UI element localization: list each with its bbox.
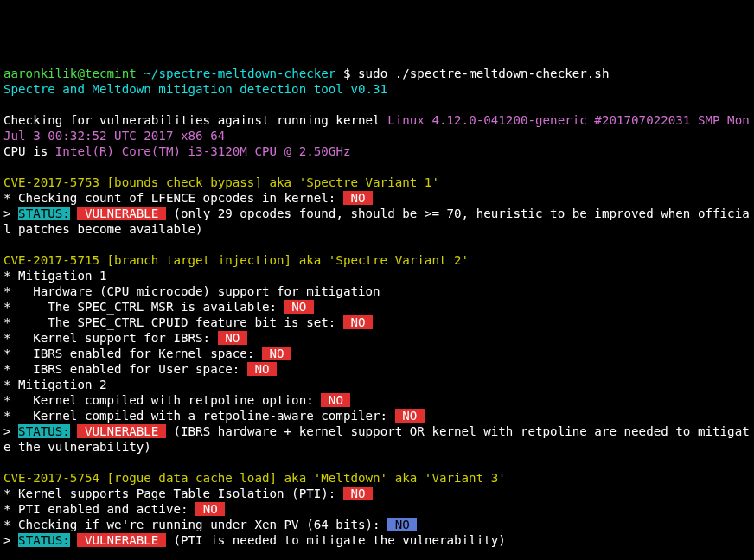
status-vulnerable: VULNERABLE xyxy=(77,533,166,547)
cve2-msr: * The SPEC_CTRL MSR is available: xyxy=(3,300,284,314)
gt: > xyxy=(3,533,18,547)
terminal-output: aaronkilik@tecmint ~/spectre-meltdown-ch… xyxy=(3,66,751,560)
cve2-ibrs-kern: * IBRS enabled for Kernel space: xyxy=(3,347,262,360)
no-badge: NO xyxy=(321,393,350,407)
cve3-note: (PTI is needed to mitigate the vulnerabi… xyxy=(166,533,506,547)
status-label: STATUS: xyxy=(18,533,70,547)
cve2-title: CVE-2017-5715 [branch target injection] … xyxy=(3,253,469,267)
gt: > xyxy=(3,207,18,220)
no-badge: NO xyxy=(247,362,277,376)
cve2-hw: * Hardware (CPU microcode) support for m… xyxy=(3,284,380,298)
status-vulnerable: VULNERABLE xyxy=(77,424,166,438)
no-badge: NO xyxy=(343,315,373,329)
prompt-path: ~/spectre-meltdown-checker xyxy=(144,67,335,80)
cve3-pti: * Kernel supports Page Table Isolation (… xyxy=(3,487,343,500)
cve2-retp: * Kernel compiled with retpoline option: xyxy=(3,393,321,407)
gt: > xyxy=(3,424,18,438)
prompt-user: aaronkilik@tecmint xyxy=(3,67,137,80)
command: sudo ./spectre-meltdown-checker.sh xyxy=(358,67,609,80)
status-label: STATUS: xyxy=(18,424,70,438)
no-badge: NO xyxy=(218,331,247,345)
status-label: STATUS: xyxy=(18,207,70,220)
cve1-lfence: * Checking count of LFENCE opcodes in ke… xyxy=(3,191,343,205)
cpu-label: CPU is xyxy=(3,144,55,158)
status-vulnerable: VULNERABLE xyxy=(77,207,166,220)
cve1-title: CVE-2017-5753 [bounds check bypass] aka … xyxy=(3,175,439,189)
no-badge: NO xyxy=(343,487,373,500)
cve2-retp2: * Kernel compiled with a retpoline-aware… xyxy=(3,409,395,423)
cve2-ibrs-user: * IBRS enabled for User space: xyxy=(3,362,247,376)
cve2-m1: * Mitigation 1 xyxy=(3,269,107,283)
no-badge: NO xyxy=(284,300,314,314)
cve3-title: CVE-2017-5754 [rogue data cache load] ak… xyxy=(3,471,506,485)
no-badge-blue: NO xyxy=(387,518,417,531)
no-badge: NO xyxy=(343,191,373,205)
cve3-pti-active: * PTI enabled and active: xyxy=(3,502,195,516)
no-badge: NO xyxy=(195,502,225,516)
cpu-info: Intel(R) Core(TM) i3-3120M CPU @ 2.50GHz xyxy=(55,144,351,158)
cve2-m2: * Mitigation 2 xyxy=(3,378,107,391)
prompt-sep: $ xyxy=(343,67,351,80)
tool-header: Spectre and Meltdown mitigation detectio… xyxy=(3,82,387,96)
cve2-cpuid: * The SPEC_CTRL CPUID feature bit is set… xyxy=(3,315,343,329)
cve2-ibrs: * Kernel support for IBRS: xyxy=(3,331,218,345)
no-badge: NO xyxy=(395,409,425,423)
cve3-xen: * Checking if we're running under Xen PV… xyxy=(3,518,387,531)
check-label: Checking for vulnerabilities against run… xyxy=(3,113,387,127)
no-badge: NO xyxy=(262,347,291,360)
